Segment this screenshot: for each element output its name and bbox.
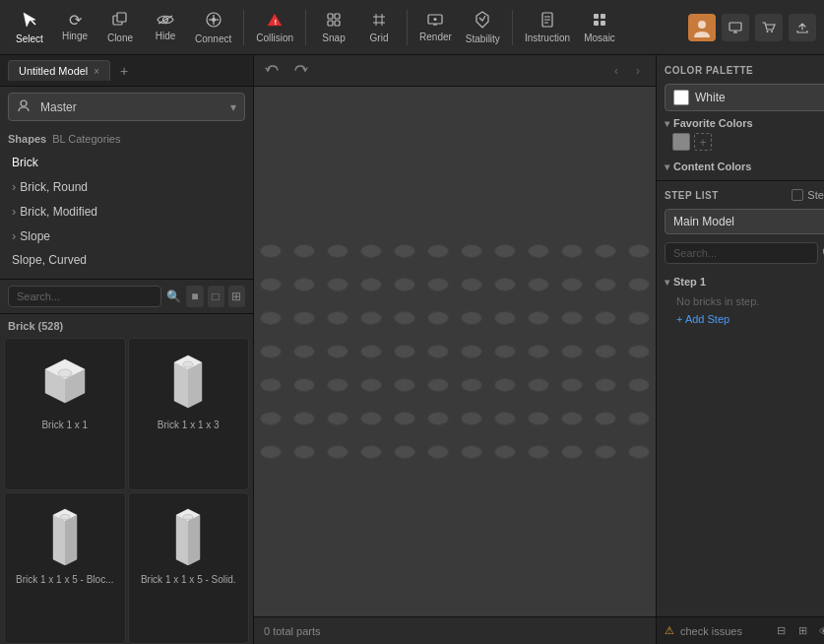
dot-cell <box>522 435 555 469</box>
step-empty-text: No bricks in step. <box>665 291 824 311</box>
svg-marker-54 <box>188 515 200 565</box>
grid-dot <box>260 311 282 325</box>
dot-cell <box>321 368 354 402</box>
toolbar-hide[interactable]: Hide <box>144 4 187 51</box>
content-colors-header[interactable]: Content Colors <box>665 161 824 172</box>
shapes-list: Brick Brick, Round Brick, Modified Slope… <box>0 151 253 279</box>
toolbar-hinge[interactable]: ⟳ Hinge <box>53 4 96 51</box>
toolbar-mosaic[interactable]: Mosaic <box>578 4 621 51</box>
step-content: Step 1 No bricks in step. Add Step <box>657 268 824 616</box>
dot-cell <box>488 368 522 402</box>
brick-label-1x1x5-solid: Brick 1 x 1 x 5 - Solid. <box>141 574 236 585</box>
brick-preview-1x1x5-bloc <box>31 501 99 570</box>
rotate-right-btn[interactable] <box>289 60 311 82</box>
fav-swatch-1[interactable] <box>672 133 690 151</box>
fav-add-btn[interactable]: + <box>694 133 712 151</box>
search-icon-btn[interactable]: 🔍 <box>165 286 182 307</box>
grid-dot <box>561 311 583 325</box>
toolbar-snap[interactable]: Snap <box>312 4 355 51</box>
grid-dot <box>494 278 516 291</box>
toolbar-connect[interactable]: Connect <box>189 4 237 51</box>
svg-point-19 <box>434 18 437 21</box>
status-eye-btn[interactable]: 👁 <box>815 622 824 640</box>
view-grid-btn[interactable]: ⊞ <box>228 286 245 307</box>
dot-cell <box>354 301 388 335</box>
model-dropdown[interactable]: Main Model ▾ <box>665 209 824 234</box>
dot-cell <box>555 435 589 469</box>
dot-cell <box>455 335 488 368</box>
svg-marker-44 <box>188 362 202 408</box>
brick-item-1x1x5-solid[interactable]: Brick 1 x 1 x 5 - Solid. <box>128 492 250 645</box>
tab-close-btn[interactable]: × <box>94 66 99 77</box>
shape-item-brick[interactable]: Brick <box>0 151 253 174</box>
toolbar-upload-btn[interactable] <box>789 14 816 41</box>
step-view-toggle[interactable]: Step view <box>792 189 824 201</box>
grid-dot <box>461 311 482 325</box>
search-bar: 🔍 ■ □ ⊞ <box>0 279 253 314</box>
dot-cell <box>522 301 555 335</box>
grid-dot <box>293 378 315 392</box>
dot-cell <box>622 435 656 469</box>
master-label: Master <box>40 100 77 114</box>
toolbar-select[interactable]: Select <box>8 4 51 51</box>
grid-dot <box>528 278 549 291</box>
color-palette-header: COLOR PALETTE ✎ <box>665 63 824 78</box>
dot-cell <box>589 435 622 469</box>
grid-dot <box>461 445 482 459</box>
tab-add-btn[interactable]: + <box>114 61 134 81</box>
status-minimize-btn[interactable]: ⊟ <box>772 622 790 640</box>
toolbar-clone[interactable]: Clone <box>98 4 142 51</box>
favorite-colors-header[interactable]: Favorite Colors <box>665 117 824 129</box>
grid-dot <box>494 311 516 325</box>
rotate-left-btn[interactable] <box>262 60 284 82</box>
shape-item-slope[interactable]: Slope <box>0 224 253 248</box>
user-avatar[interactable] <box>688 14 716 41</box>
color-dropdown[interactable]: White ▾ <box>665 84 824 111</box>
brick-item-1x1[interactable]: Brick 1 x 1 <box>4 338 126 490</box>
shape-search-input[interactable] <box>8 286 161 307</box>
brick-item-1x1x3[interactable]: Brick 1 x 1 x 3 <box>128 338 250 490</box>
canvas-area[interactable] <box>254 87 656 616</box>
brick-item-1x1x5-bloc[interactable]: Brick 1 x 1 x 5 - Bloc... <box>4 492 126 645</box>
bl-categories-label: BL Categories <box>52 133 120 145</box>
status-expand-btn[interactable]: ⊞ <box>793 622 811 640</box>
shape-item-plate[interactable]: Plate <box>0 272 253 279</box>
step-search-input[interactable] <box>665 242 818 264</box>
check-issues-label[interactable]: check issues <box>680 625 742 637</box>
add-step-link[interactable]: Add Step <box>665 311 824 327</box>
grid-dot <box>561 412 583 425</box>
collision-icon: ! <box>267 12 283 31</box>
grid-dot <box>260 445 282 459</box>
toolbar-grid[interactable]: Grid <box>357 4 401 51</box>
total-parts-label: 0 total parts <box>264 625 320 637</box>
toolbar-stability[interactable]: Stability <box>460 4 506 51</box>
svg-rect-13 <box>335 21 340 26</box>
dot-cell <box>287 335 321 368</box>
toolbar-collision[interactable]: ! Collision <box>250 4 299 51</box>
toolbar-mosaic-label: Mosaic <box>584 32 615 43</box>
shape-item-slope-curved[interactable]: Slope, Curved <box>0 248 253 272</box>
brick-section-header: Brick (528) <box>0 314 253 338</box>
toolbar-monitor-btn[interactable] <box>722 14 749 41</box>
tabs-bar: Untitled Model × + <box>0 55 253 87</box>
nav-next-btn[interactable]: › <box>628 61 648 81</box>
dot-cell <box>421 268 455 301</box>
view-solid-btn[interactable]: ■ <box>186 286 203 307</box>
grid-dot <box>260 345 282 358</box>
dot-grid <box>254 234 656 469</box>
toolbar-cart-btn[interactable] <box>755 14 783 41</box>
toolbar-render[interactable]: Render <box>413 4 458 51</box>
view-outline-btn[interactable]: □ <box>208 286 224 307</box>
nav-prev-btn[interactable]: ‹ <box>606 61 626 81</box>
grid-dot <box>327 311 349 325</box>
toolbar-instruction[interactable]: Instruction <box>519 4 576 51</box>
master-dropdown[interactable]: Master ▾ <box>8 93 245 121</box>
tab-untitled-model[interactable]: Untitled Model × <box>8 60 110 81</box>
shape-item-brick-round[interactable]: Brick, Round <box>0 174 253 199</box>
dot-cell <box>321 301 354 335</box>
grid-dot <box>360 445 382 459</box>
toolbar-right-actions <box>688 14 816 41</box>
step-view-checkbox[interactable] <box>792 189 803 201</box>
shape-item-brick-modified[interactable]: Brick, Modified <box>0 199 253 224</box>
step-1-header[interactable]: Step 1 <box>665 272 824 291</box>
